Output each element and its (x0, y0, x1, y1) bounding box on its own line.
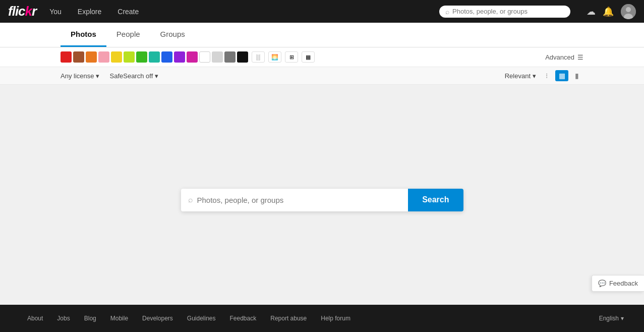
filter-bar: ░🌅⊞▦ Advanced ☰ (0, 47, 644, 67)
safesearch-label: SafeSearch off (109, 72, 153, 80)
license-label: Any license (61, 72, 94, 80)
safesearch-chevron: ▾ (155, 72, 158, 80)
nav-create[interactable]: Create (114, 6, 142, 18)
color-swatch-purple[interactable] (174, 51, 185, 63)
center-search-input[interactable] (197, 189, 401, 211)
footer-developers[interactable]: Developers (135, 313, 180, 324)
view-toggle: ⁝ ▦ ▮ (540, 70, 583, 81)
center-search-box: ⌕ Search (181, 189, 463, 211)
footer-guidelines[interactable]: Guidelines (180, 313, 223, 324)
footer-mobile[interactable]: Mobile (103, 313, 135, 324)
notifications-icon[interactable]: 🔔 (603, 6, 614, 17)
tab-groups[interactable]: Groups (150, 23, 195, 47)
navbar-icons: ☁ 🔔 (587, 4, 636, 19)
sub-filter-left: Any license ▾ SafeSearch off ▾ (61, 72, 158, 80)
color-swatch-green[interactable] (136, 51, 147, 63)
logo[interactable]: flickr (8, 4, 36, 19)
tabs-bar: Photos People Groups (0, 23, 644, 47)
advanced-button[interactable]: Advanced ☰ (545, 53, 583, 61)
svg-point-1 (626, 7, 631, 12)
color-swatch-light-gray[interactable] (212, 51, 223, 63)
tab-people[interactable]: People (106, 23, 150, 47)
footer: About Jobs Blog Mobile Developers Guidel… (0, 305, 644, 332)
color-swatch-teal[interactable] (149, 51, 160, 63)
footer-report-abuse[interactable]: Report abuse (263, 313, 314, 324)
view-list[interactable]: ▮ (570, 70, 583, 81)
sub-filter-bar: Any license ▾ SafeSearch off ▾ Relevant … (0, 67, 644, 85)
sort-dropdown[interactable]: Relevant ▾ (505, 72, 536, 80)
language-label: English (599, 315, 619, 322)
color-swatch-white[interactable] (199, 51, 210, 63)
safesearch-filter[interactable]: SafeSearch off ▾ (109, 72, 158, 80)
sort-label: Relevant (505, 72, 531, 80)
color-swatch-magenta[interactable] (187, 51, 198, 63)
color-swatch-brown[interactable] (73, 51, 84, 63)
sliders-icon: ☰ (577, 53, 583, 61)
view-grid-medium[interactable]: ▦ (555, 70, 568, 81)
main-content: ⌕ Search (0, 85, 644, 305)
avatar[interactable] (621, 4, 636, 19)
license-chevron: ▾ (96, 72, 99, 80)
upload-icon[interactable]: ☁ (587, 6, 596, 17)
feedback-icon: 💬 (598, 280, 606, 287)
feedback-bubble[interactable]: 💬 Feedback (592, 275, 644, 292)
color-swatch-black[interactable] (237, 51, 248, 63)
center-search-button[interactable]: Search (408, 189, 463, 211)
language-chevron: ▾ (621, 315, 624, 322)
color-swatch-blue[interactable] (161, 51, 172, 63)
nav-you[interactable]: You (46, 6, 65, 18)
navbar: flickr You Explore Create ⌕ ☁ 🔔 (0, 0, 644, 23)
color-filters: ░🌅⊞▦ (61, 51, 315, 63)
color-swatch-pink[interactable] (98, 51, 109, 63)
navbar-search-input[interactable] (452, 8, 564, 15)
footer-help-forum[interactable]: Help forum (314, 313, 358, 324)
sub-filter-right: Relevant ▾ ⁝ ▦ ▮ (505, 70, 583, 81)
sort-chevron: ▾ (533, 72, 536, 80)
pattern-filter[interactable]: ⊞ (285, 51, 298, 63)
advanced-label: Advanced (545, 53, 574, 61)
navbar-search-box: ⌕ (439, 6, 570, 18)
color-swatch-yellow[interactable] (111, 51, 122, 63)
footer-about[interactable]: About (20, 313, 50, 324)
license-filter[interactable]: Any license ▾ (61, 72, 99, 80)
color-swatch-red[interactable] (61, 51, 72, 63)
color-swatch-dark-gray[interactable] (224, 51, 236, 63)
tab-photos[interactable]: Photos (61, 23, 106, 47)
view-grid-small[interactable]: ⁝ (540, 70, 553, 81)
footer-jobs[interactable]: Jobs (50, 313, 77, 324)
black-and-white-filter[interactable]: ░ (252, 51, 265, 63)
center-search-input-wrapper: ⌕ (181, 189, 408, 211)
feedback-bubble-label: Feedback (609, 280, 638, 287)
center-search-icon: ⌕ (188, 195, 193, 204)
nav-explore[interactable]: Explore (75, 6, 104, 18)
footer-blog[interactable]: Blog (77, 313, 103, 324)
language-selector[interactable]: English ▾ (599, 315, 624, 322)
color-swatch-yellow-green[interactable] (124, 51, 135, 63)
footer-feedback[interactable]: Feedback (223, 313, 264, 324)
shallow-dof-filter[interactable]: 🌅 (268, 51, 281, 63)
search-icon: ⌕ (445, 8, 449, 16)
color-swatch-orange[interactable] (86, 51, 97, 63)
texture-filter[interactable]: ▦ (302, 51, 315, 63)
